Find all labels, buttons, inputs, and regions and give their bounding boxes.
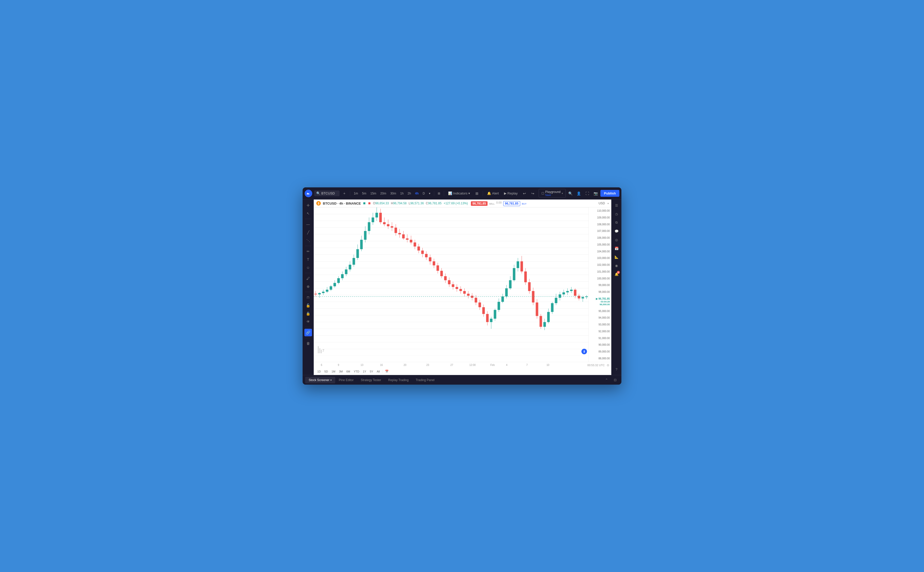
price-chart[interactable] [314,207,589,356]
tab-trading-panel[interactable]: Trading Panel [412,377,438,383]
time-4: 4 [506,364,508,367]
screener-btn[interactable]: ◎ [613,236,620,244]
tf-1y[interactable]: 1Y [361,369,368,374]
chart-type-btn[interactable]: ⊞ [436,191,442,196]
lock1-tool[interactable]: 🔓 [304,302,312,309]
utc-timestamp: 00:55:32 UTC [587,364,605,367]
calendar-rt-btn[interactable]: 📅 [613,244,620,252]
price-axis: 110,000.00 109,000.00 108,000.00 107,000… [589,207,611,362]
price-98k: 98,000.00 [590,291,610,293]
tab-replay-trading[interactable]: Replay Trading [385,377,412,383]
time-10: 10 [547,364,549,367]
undo-btn[interactable]: ↩ [521,190,528,197]
watchlist-btn[interactable]: ☰ [613,202,620,209]
price-94k: 94,000.00 [590,316,610,319]
tf-15m[interactable]: 15m [369,191,378,196]
tf-dropdown[interactable]: ▾ [427,191,432,196]
tf-3m[interactable]: 3M [337,369,344,374]
brush-tool[interactable]: 🖊 [304,275,312,282]
symbol-text: BTCUSD [321,191,335,195]
lock2-tool[interactable]: 🔒 [304,310,312,317]
price-88k: 88,000.00 [590,357,610,360]
help-btn[interactable]: ? [613,365,620,373]
tf-1d[interactable]: 1D [316,369,323,374]
tf-1h[interactable]: 1h [399,191,405,196]
chat-btn[interactable]: 💬 [613,227,620,235]
expand-btn[interactable]: ⊡ [611,376,619,384]
tab-stock-screener-label: Stock Screener [309,378,329,382]
price-106k: 106,000.00 [590,236,610,239]
symbol-search[interactable]: 🔍 BTCUSD [314,190,340,196]
tf-6m[interactable]: 6M [345,369,352,374]
logo[interactable] [305,190,312,197]
indicators-btn[interactable]: 📊 Indicators ▾ [446,190,472,196]
replay-btn[interactable]: ▶ Replay [502,190,520,196]
ruler-btn[interactable]: 📐 [613,253,620,261]
tab-pine-editor[interactable]: Pine Editor [335,377,357,383]
trash-tool[interactable]: 🗑 [304,340,312,347]
status-dot2 [368,202,371,204]
playground-save-btn[interactable]: ☐ Playground Save ▾ [539,189,566,198]
search-icon: 🔍 [316,191,320,195]
tf-20m[interactable]: 20m [379,191,388,196]
svg-rect-2 [321,350,322,353]
svg-rect-0 [318,346,319,353]
templates-btn[interactable]: ⊞ [473,190,480,197]
cursor-tool[interactable]: ↖ [304,210,312,217]
layers-btn[interactable]: ⧉ [613,219,620,226]
collapse-btn[interactable]: ⌃ [603,376,610,384]
tab-pine-label: Pine Editor [339,378,354,382]
emoji-tool[interactable]: ☺ [304,264,312,271]
tf-4h[interactable]: 4h [413,191,420,196]
trend-line-tool[interactable]: ╱ [304,228,312,236]
tf-d[interactable]: D [421,191,426,196]
search-btn[interactable]: 🔍 [567,190,574,197]
crosshair-tool[interactable]: ✛ [304,202,312,209]
buy-price: 96,781.85 [503,201,520,206]
tf-1m[interactable]: 1M [330,369,337,374]
link-tool[interactable]: 🔗 [304,329,312,336]
camera-btn[interactable]: 📷 [592,190,599,197]
bell-btn[interactable]: 🔔 8 [613,270,620,278]
time-1200: 12:00 [469,364,476,367]
replay-icon: ▶ [504,191,506,195]
zoom-tool[interactable]: ⊕ [304,283,312,290]
time-7: 7 [526,364,528,367]
crypto-badge[interactable]: ₿ [581,349,587,354]
time-settings-btn[interactable]: ⊙ [607,364,609,367]
time-feb: Feb [490,364,495,367]
tab-strategy-tester[interactable]: Strategy Tester [357,377,385,383]
buy-sell-group: 96,781.85 SELL 0.00 96,781.85 BUY [471,201,527,205]
price-103k: 103,000.00 [590,256,610,260]
chart-container: ₿ BTCUSD · 4h · BINANCE O96,654.33 H96,7… [314,199,611,375]
alert-btn[interactable]: 🔔 Alert [485,190,501,196]
tf-5y[interactable]: 5Y [368,369,374,374]
redo-btn[interactable]: ↪ [529,190,536,197]
tab-stock-screener[interactable]: Stock Screener ▾ [305,377,335,383]
tf-5d[interactable]: 5D [323,369,329,374]
publish-btn[interactable]: Publish [600,190,619,197]
price-93k: 93,000.00 [590,323,610,326]
history-btn[interactable]: ◷ [613,210,620,218]
divider-3 [444,191,444,196]
date-range-icon[interactable]: 📅 [383,369,390,374]
rss-btn[interactable]: ◉ [613,262,620,269]
tf-ytd[interactable]: YTD [352,369,361,374]
multi-tool[interactable]: ⋱ [304,237,312,244]
chart-wrap[interactable]: 110,000.00 109,000.00 108,000.00 107,000… [314,207,611,362]
tf-5m[interactable]: 5m [360,191,368,196]
tf-30m[interactable]: 30m [389,191,397,196]
tf-all[interactable]: All [375,369,381,374]
magnet-tool[interactable]: ⊓ [304,294,312,301]
user-btn[interactable]: 👤 [575,190,583,197]
alert-icon: 🔔 [487,191,491,195]
pen-tool[interactable]: ✏ [304,247,312,255]
horizontal-line-tool[interactable]: — [304,221,312,228]
time-23: 23 [426,364,429,367]
tf-2h[interactable]: 2h [406,191,412,196]
eye-tool[interactable]: 👁 [304,318,312,325]
text-tool[interactable]: T [304,256,312,263]
fullscreen-btn[interactable]: ⛶ [583,190,591,197]
tf-1m[interactable]: 1m [352,191,360,196]
add-symbol-btn[interactable]: ＋ [341,190,348,197]
